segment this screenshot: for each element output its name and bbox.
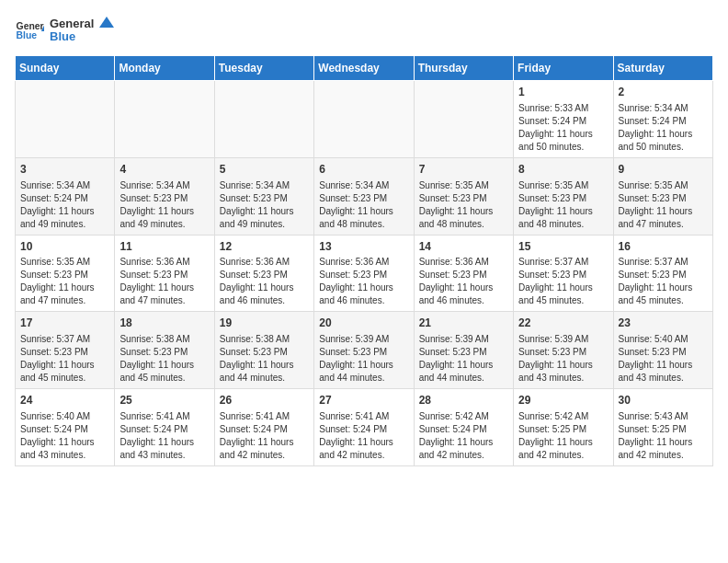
- weekday-header-friday: Friday: [514, 56, 613, 81]
- day-content: Sunrise: 5:42 AM Sunset: 5:25 PM Dayligh…: [518, 410, 608, 462]
- calendar-cell: 16Sunrise: 5:37 AM Sunset: 5:23 PM Dayli…: [613, 235, 712, 312]
- day-content: Sunrise: 5:37 AM Sunset: 5:23 PM Dayligh…: [20, 333, 109, 385]
- calendar-cell: 2Sunrise: 5:34 AM Sunset: 5:24 PM Daylig…: [613, 81, 712, 158]
- logo-svg: General Blue: [50, 15, 114, 48]
- weekday-header-wednesday: Wednesday: [314, 56, 414, 81]
- day-number: 7: [419, 162, 508, 178]
- day-content: Sunrise: 5:35 AM Sunset: 5:23 PM Dayligh…: [20, 256, 109, 307]
- calendar-cell: [115, 81, 214, 158]
- day-content: Sunrise: 5:38 AM Sunset: 5:23 PM Dayligh…: [220, 333, 309, 385]
- calendar-cell: 22Sunrise: 5:39 AM Sunset: 5:23 PM Dayli…: [514, 312, 613, 389]
- day-content: Sunrise: 5:34 AM Sunset: 5:23 PM Dayligh…: [119, 179, 209, 231]
- day-number: 6: [319, 162, 408, 178]
- day-number: 24: [20, 393, 109, 408]
- calendar-cell: 12Sunrise: 5:36 AM Sunset: 5:23 PM Dayli…: [214, 235, 313, 312]
- svg-text:Blue: Blue: [50, 29, 75, 43]
- svg-text:General: General: [50, 17, 94, 30]
- weekday-header-sunday: Sunday: [16, 56, 115, 81]
- day-content: Sunrise: 5:37 AM Sunset: 5:23 PM Dayligh…: [518, 256, 608, 307]
- calendar-cell: 19Sunrise: 5:38 AM Sunset: 5:23 PM Dayli…: [214, 312, 313, 389]
- day-content: Sunrise: 5:39 AM Sunset: 5:23 PM Dayligh…: [518, 333, 608, 385]
- calendar-cell: 24Sunrise: 5:40 AM Sunset: 5:24 PM Dayli…: [16, 389, 115, 466]
- weekday-header-thursday: Thursday: [414, 56, 513, 81]
- calendar-week-row: 17Sunrise: 5:37 AM Sunset: 5:23 PM Dayli…: [16, 312, 713, 389]
- calendar-header-row: SundayMondayTuesdayWednesdayThursdayFrid…: [16, 56, 713, 81]
- weekday-header-saturday: Saturday: [613, 56, 712, 81]
- day-number: 4: [119, 162, 209, 178]
- day-content: Sunrise: 5:34 AM Sunset: 5:24 PM Dayligh…: [619, 102, 708, 154]
- calendar-cell: [214, 81, 313, 158]
- day-number: 1: [518, 85, 608, 100]
- weekday-header-monday: Monday: [115, 56, 214, 81]
- calendar-cell: 17Sunrise: 5:37 AM Sunset: 5:23 PM Dayli…: [16, 312, 115, 389]
- calendar-cell: 4Sunrise: 5:34 AM Sunset: 5:23 PM Daylig…: [115, 157, 214, 235]
- day-content: Sunrise: 5:39 AM Sunset: 5:23 PM Dayligh…: [419, 333, 508, 385]
- calendar-cell: 26Sunrise: 5:41 AM Sunset: 5:24 PM Dayli…: [214, 389, 313, 466]
- day-content: Sunrise: 5:36 AM Sunset: 5:23 PM Dayligh…: [419, 256, 508, 307]
- day-content: Sunrise: 5:34 AM Sunset: 5:23 PM Dayligh…: [319, 179, 408, 231]
- day-content: Sunrise: 5:35 AM Sunset: 5:23 PM Dayligh…: [518, 179, 608, 231]
- day-content: Sunrise: 5:35 AM Sunset: 5:23 PM Dayligh…: [619, 179, 708, 231]
- day-number: 14: [419, 239, 508, 255]
- day-number: 29: [518, 393, 608, 408]
- day-number: 22: [518, 316, 608, 331]
- calendar-cell: 15Sunrise: 5:37 AM Sunset: 5:23 PM Dayli…: [514, 235, 613, 312]
- day-number: 25: [119, 393, 209, 408]
- calendar-cell: 1Sunrise: 5:33 AM Sunset: 5:24 PM Daylig…: [514, 81, 613, 158]
- calendar-cell: 5Sunrise: 5:34 AM Sunset: 5:23 PM Daylig…: [214, 157, 313, 235]
- day-content: Sunrise: 5:41 AM Sunset: 5:24 PM Dayligh…: [220, 410, 309, 462]
- day-content: Sunrise: 5:36 AM Sunset: 5:23 PM Dayligh…: [119, 256, 209, 307]
- day-number: 10: [20, 239, 109, 255]
- day-number: 2: [619, 85, 708, 100]
- page-header: General Blue General Blue: [15, 15, 713, 48]
- logo: General Blue General Blue: [15, 15, 114, 48]
- day-number: 5: [220, 162, 309, 178]
- calendar-cell: 14Sunrise: 5:36 AM Sunset: 5:23 PM Dayli…: [414, 235, 513, 312]
- calendar-week-row: 3Sunrise: 5:34 AM Sunset: 5:24 PM Daylig…: [16, 157, 713, 235]
- calendar-cell: 25Sunrise: 5:41 AM Sunset: 5:24 PM Dayli…: [115, 389, 214, 466]
- calendar-cell: 9Sunrise: 5:35 AM Sunset: 5:23 PM Daylig…: [613, 157, 712, 235]
- day-number: 20: [319, 316, 408, 331]
- day-number: 15: [518, 239, 608, 255]
- day-content: Sunrise: 5:34 AM Sunset: 5:24 PM Dayligh…: [20, 179, 109, 231]
- calendar-cell: 30Sunrise: 5:43 AM Sunset: 5:25 PM Dayli…: [613, 389, 712, 466]
- calendar-week-row: 24Sunrise: 5:40 AM Sunset: 5:24 PM Dayli…: [16, 389, 713, 466]
- calendar-cell: 21Sunrise: 5:39 AM Sunset: 5:23 PM Dayli…: [414, 312, 513, 389]
- day-number: 11: [119, 239, 209, 255]
- calendar-cell: 23Sunrise: 5:40 AM Sunset: 5:23 PM Dayli…: [613, 312, 712, 389]
- day-number: 17: [20, 316, 109, 331]
- calendar-table: SundayMondayTuesdayWednesdayThursdayFrid…: [15, 55, 713, 466]
- day-content: Sunrise: 5:36 AM Sunset: 5:23 PM Dayligh…: [319, 256, 408, 307]
- day-content: Sunrise: 5:41 AM Sunset: 5:24 PM Dayligh…: [319, 410, 408, 462]
- calendar-cell: 13Sunrise: 5:36 AM Sunset: 5:23 PM Dayli…: [314, 235, 414, 312]
- day-content: Sunrise: 5:33 AM Sunset: 5:24 PM Dayligh…: [518, 102, 608, 154]
- day-number: 16: [619, 239, 708, 255]
- day-number: 13: [319, 239, 408, 255]
- calendar-cell: [314, 81, 414, 158]
- day-content: Sunrise: 5:43 AM Sunset: 5:25 PM Dayligh…: [619, 410, 708, 462]
- day-number: 23: [619, 316, 708, 331]
- calendar-cell: 27Sunrise: 5:41 AM Sunset: 5:24 PM Dayli…: [314, 389, 414, 466]
- weekday-header-tuesday: Tuesday: [214, 56, 313, 81]
- calendar-cell: 11Sunrise: 5:36 AM Sunset: 5:23 PM Dayli…: [115, 235, 214, 312]
- day-number: 9: [619, 162, 708, 178]
- day-number: 12: [220, 239, 309, 255]
- calendar-cell: 18Sunrise: 5:38 AM Sunset: 5:23 PM Dayli…: [115, 312, 214, 389]
- calendar-cell: 20Sunrise: 5:39 AM Sunset: 5:23 PM Dayli…: [314, 312, 414, 389]
- day-number: 21: [419, 316, 508, 331]
- calendar-week-row: 1Sunrise: 5:33 AM Sunset: 5:24 PM Daylig…: [16, 81, 713, 158]
- day-content: Sunrise: 5:34 AM Sunset: 5:23 PM Dayligh…: [220, 179, 309, 231]
- day-content: Sunrise: 5:35 AM Sunset: 5:23 PM Dayligh…: [419, 179, 508, 231]
- day-number: 8: [518, 162, 608, 178]
- day-number: 3: [20, 162, 109, 178]
- calendar-cell: 8Sunrise: 5:35 AM Sunset: 5:23 PM Daylig…: [514, 157, 613, 235]
- day-number: 19: [220, 316, 309, 331]
- day-content: Sunrise: 5:41 AM Sunset: 5:24 PM Dayligh…: [119, 410, 209, 462]
- day-content: Sunrise: 5:40 AM Sunset: 5:23 PM Dayligh…: [619, 333, 708, 385]
- logo-icon: General Blue: [15, 17, 44, 46]
- calendar-cell: 7Sunrise: 5:35 AM Sunset: 5:23 PM Daylig…: [414, 157, 513, 235]
- calendar-cell: 10Sunrise: 5:35 AM Sunset: 5:23 PM Dayli…: [16, 235, 115, 312]
- day-number: 28: [419, 393, 508, 408]
- day-content: Sunrise: 5:36 AM Sunset: 5:23 PM Dayligh…: [220, 256, 309, 307]
- calendar-cell: 29Sunrise: 5:42 AM Sunset: 5:25 PM Dayli…: [514, 389, 613, 466]
